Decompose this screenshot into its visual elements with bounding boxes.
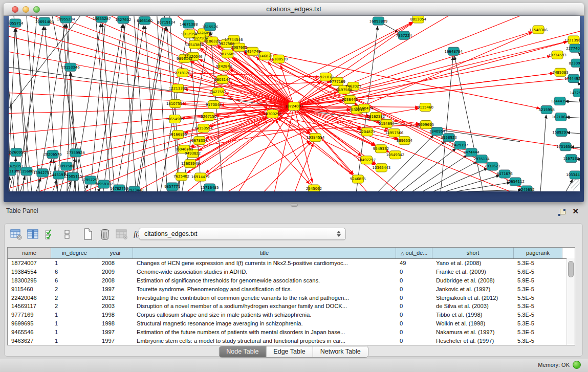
resize-grip-icon	[571, 180, 579, 188]
table-cell: Wolkin et al. (1998)	[432, 320, 514, 326]
network-canvas[interactable]: 1872400759129541522605899275068186328992…	[9, 16, 580, 191]
table-cell: 1	[51, 329, 98, 335]
tab-edge-table[interactable]: Edge Table	[266, 346, 313, 357]
graph-node-label: 9115460	[418, 105, 433, 110]
table-row[interactable]: 2242004622012Investigating the contribut…	[8, 293, 575, 302]
column-header-in_degree[interactable]: in_degree	[51, 248, 98, 258]
table-cell: 9699695	[8, 320, 51, 326]
graph-node-label: 17957255	[81, 178, 100, 182]
table-cell: 1	[51, 312, 98, 318]
table-cell: Corpus callosum shape and size in male p…	[133, 312, 396, 318]
column-header-title[interactable]: title	[133, 248, 396, 258]
graph-node-label: 9777169	[330, 80, 345, 84]
trash-icon	[99, 228, 111, 240]
graph-node-label: 2803144	[214, 78, 231, 82]
table-row[interactable]: 1456911722003Disruption of a novel membe…	[8, 302, 575, 311]
table-row[interactable]: 969969511998Structural magnetic resonanc…	[8, 319, 575, 328]
graph-node-label: 8230954	[569, 61, 580, 65]
table-cell: 0	[396, 269, 432, 275]
vertical-scrollbar[interactable]	[567, 258, 575, 345]
scrollbar-thumb[interactable]	[568, 261, 574, 277]
memory-status-icon[interactable]	[573, 361, 581, 369]
graph-edge	[412, 155, 467, 191]
table-body: 1872400712008Changes of HCN gene express…	[8, 259, 575, 345]
graph-node-label: 9246855	[350, 177, 366, 181]
network-view-window: citations_edges.txt 18724007591295415226…	[4, 3, 584, 202]
graph-node-label: 14671388	[180, 23, 198, 27]
column-header-pagerank[interactable]: pagerank	[514, 248, 562, 258]
table-cell: 49	[396, 260, 432, 266]
column-header-short[interactable]: short	[432, 248, 514, 258]
graph-edge	[578, 52, 580, 54]
table-row[interactable]: 1872400712008Changes of HCN gene express…	[8, 259, 575, 268]
row-height-button[interactable]	[60, 228, 74, 241]
graph-node-label: 9267150	[201, 115, 216, 119]
table-cell: 1998	[98, 320, 133, 326]
graph-edge	[98, 188, 100, 191]
graph-node-label: 9170044	[206, 103, 222, 107]
graph-edge	[456, 183, 510, 191]
graph-node-label: 9699695	[418, 123, 434, 127]
graph-node-label: 12213967	[564, 38, 580, 42]
graph-edge	[294, 16, 520, 106]
graph-node-label: 6466160	[137, 19, 153, 23]
tab-node-table[interactable]: Node Table	[219, 346, 266, 357]
graph-node-label: 10549342	[386, 153, 405, 157]
table-panel-title: Table Panel	[6, 207, 38, 214]
column-header-year[interactable]: year	[98, 248, 133, 258]
network-window-titlebar[interactable]: citations_edges.txt	[4, 3, 584, 16]
table-row[interactable]: 1830029562008Estimation of significance …	[8, 276, 575, 285]
show-column-button[interactable]	[27, 228, 40, 241]
table-cell: 5.6E-5	[514, 269, 562, 275]
graph-edge	[540, 115, 546, 191]
table-row[interactable]: 911546021997Tourette syndrome. Phenomeno…	[8, 285, 575, 293]
delete-column-button[interactable]	[98, 228, 112, 241]
table-gear-icon	[10, 229, 23, 240]
graph-node-label: 8454749	[245, 50, 260, 54]
select-down-arrow-icon	[337, 234, 341, 237]
graph-node-label: 12160434	[355, 106, 374, 111]
graph-node-label: 18724007	[285, 104, 303, 108]
table-row[interactable]: 1938455462009Genome-wide association stu…	[8, 268, 575, 276]
panel-resize-handle[interactable]	[291, 203, 298, 207]
column-header-out_de[interactable]: △out_de...	[396, 248, 432, 258]
graph-node-label: 16210643	[552, 115, 570, 119]
float-panel-button[interactable]	[558, 209, 565, 216]
close-panel-button[interactable]: ✕	[572, 207, 579, 216]
table-cell: Nakamura et al. (1997)	[432, 329, 514, 335]
select-columns-button[interactable]	[43, 228, 57, 241]
table-row[interactable]: 977716911998Corpus callosum shape and si…	[8, 311, 575, 319]
graph-node-label: 10654985	[166, 117, 184, 121]
new-column-button[interactable]	[81, 228, 95, 241]
graph-node-label: 12505115	[64, 174, 82, 179]
table-cell: Franke et al. (2009)	[432, 269, 514, 275]
table-cell: Embryonic stem cells: a model to study s…	[133, 338, 396, 344]
graph-node-label: 17359928	[67, 151, 85, 155]
graph-node-label: 15226058	[194, 31, 213, 35]
graph-node-label: 14325110	[570, 91, 580, 95]
table-cell: 6	[51, 277, 98, 283]
stacked-rows-icon	[63, 229, 71, 240]
column-header-name[interactable]: name	[8, 248, 51, 258]
graph-edge	[446, 176, 499, 191]
table-cell: 6	[51, 269, 98, 275]
table-row[interactable]: 946554611997Estimation of the future num…	[8, 327, 575, 336]
table-cell: 5.3E-5	[514, 286, 562, 292]
graph-edge	[468, 190, 521, 191]
table-cell: 19384554	[8, 269, 51, 275]
graph-node-label: 1167533	[563, 157, 579, 161]
table-panel-body: f(x) citations_edges.txt namein_degreeye…	[4, 223, 583, 357]
table-row[interactable]: 946362711997Embryonic stem cells: a mode…	[8, 336, 575, 345]
graph-node-label: 9549332	[373, 147, 389, 151]
delete-table-button[interactable]	[115, 228, 128, 241]
table-source-select[interactable]: citations_edges.txt	[139, 228, 346, 240]
graph-node-label: 5875685	[220, 52, 235, 56]
tab-network-table[interactable]: Network Table	[313, 346, 368, 357]
graph-edge	[102, 24, 115, 191]
graph-node-label: 18955234	[57, 17, 75, 21]
graph-node-label: 7932621	[485, 164, 500, 168]
graph-node-label: 1921072	[318, 75, 334, 79]
table-cell: 2012	[98, 295, 133, 301]
table-mode-button[interactable]	[10, 228, 23, 241]
network-svg[interactable]: 1872400759129541522605899275068186328992…	[9, 16, 580, 191]
